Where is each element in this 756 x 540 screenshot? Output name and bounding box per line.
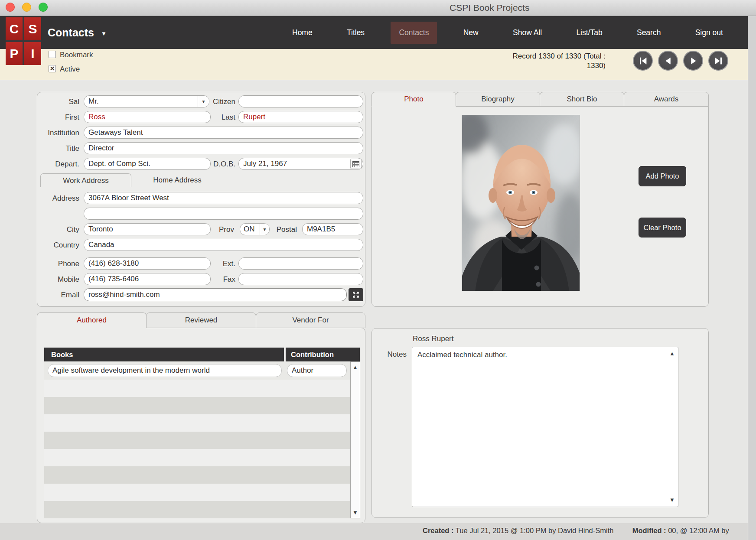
nav-menu: Home Titles Contacts New Show All List/T… [284, 16, 731, 49]
first-name-field[interactable] [84, 111, 211, 123]
salutation-value[interactable] [84, 96, 198, 107]
prov-value[interactable] [240, 224, 260, 235]
table-row-empty [44, 449, 350, 466]
tab-reviewed[interactable]: Reviewed [146, 312, 256, 328]
title-label: Title [42, 144, 79, 153]
active-checkbox[interactable]: ✕ [49, 65, 56, 72]
citizen-field[interactable] [238, 95, 363, 107]
logo-tile: C [6, 17, 23, 40]
application-window: CSPI Book Projects C S P I Contacts ▼ Ho… [0, 0, 756, 540]
scroll-up-icon[interactable]: ▲ [351, 364, 360, 371]
tab-home-address[interactable]: Home Address [131, 173, 223, 187]
chevron-down-icon: ▼ [101, 30, 107, 37]
calendar-icon[interactable] [350, 159, 362, 169]
previous-record-button[interactable] [658, 51, 678, 71]
previous-record-icon [664, 56, 673, 65]
address-label: Address [42, 194, 79, 203]
logo-tile: I [24, 42, 41, 65]
expand-field-icon[interactable] [349, 288, 363, 301]
nav-item-home[interactable]: Home [284, 22, 321, 44]
next-record-button[interactable] [683, 51, 703, 71]
add-photo-button[interactable]: Add Photo [639, 166, 686, 186]
created-value: Tue Jul 21, 2015 @ 1:00 PM by David Hind… [456, 527, 614, 534]
phone-label: Phone [42, 260, 79, 268]
country-label: Country [38, 241, 79, 250]
mobile-field[interactable] [84, 273, 211, 285]
nav-item-titles[interactable]: Titles [339, 22, 373, 44]
address-line1-field[interactable] [84, 192, 363, 204]
tab-awards[interactable]: Awards [624, 92, 709, 107]
notes-scroll-down-icon[interactable]: ▼ [669, 497, 675, 503]
ext-field[interactable] [238, 257, 363, 270]
portrait-image [462, 115, 580, 291]
contact-name-text: Ross Rupert [413, 335, 453, 343]
calendar-glyph [352, 161, 359, 167]
nav-item-contacts[interactable]: Contacts [391, 22, 437, 44]
clear-photo-button[interactable]: Clear Photo [639, 218, 686, 237]
book-title-field[interactable] [48, 364, 282, 377]
minimize-window-button[interactable] [22, 3, 31, 12]
country-field[interactable] [84, 239, 363, 251]
tab-short-bio[interactable]: Short Bio [540, 92, 624, 107]
layout-selector-label: Contacts [48, 26, 94, 39]
city-label: City [42, 225, 79, 234]
fax-field[interactable] [238, 273, 363, 285]
nav-item-sign-out[interactable]: Sign out [687, 22, 731, 44]
nav-item-new[interactable]: New [455, 22, 487, 44]
title-field[interactable] [84, 142, 363, 154]
last-name-field[interactable] [238, 111, 363, 123]
tab-authored[interactable]: Authored [37, 312, 147, 328]
email-field[interactable] [84, 288, 347, 301]
close-window-button[interactable] [6, 3, 15, 12]
first-record-button[interactable] [633, 51, 653, 71]
tab-photo[interactable]: Photo [371, 92, 456, 107]
notes-scroll-up-icon[interactable]: ▲ [669, 350, 675, 357]
tab-biography[interactable]: Biography [456, 92, 540, 107]
dob-field[interactable] [238, 158, 363, 170]
expand-arrows-glyph [352, 291, 360, 299]
bookmark-checkbox[interactable] [49, 51, 56, 58]
logo-tile: P [6, 42, 23, 65]
record-counter: Record 1330 of 1330 (Total : 1330) [459, 52, 606, 71]
nav-item-show-all[interactable]: Show All [505, 22, 550, 44]
record-toolbar: Bookmark ✕ Active Record 1330 of 1330 (T… [0, 49, 748, 80]
table-row-empty [44, 501, 350, 518]
institution-field[interactable] [84, 127, 363, 139]
table-row-empty [44, 380, 350, 397]
record-audit-text: Created : Tue Jul 21, 2015 @ 1:00 PM by … [423, 527, 729, 535]
books-scrollbar[interactable]: ▲ ▼ [350, 361, 360, 518]
books-column-header: Books [44, 348, 284, 361]
table-row-empty [44, 466, 350, 484]
contribution-field[interactable] [287, 364, 347, 377]
window-title: CSPI Book Projects [450, 3, 529, 13]
window-titlebar: CSPI Book Projects [0, 0, 756, 16]
tab-work-address[interactable]: Work Address [40, 173, 131, 187]
mobile-label: Mobile [42, 275, 79, 284]
city-field[interactable] [84, 223, 211, 235]
address-line2-field[interactable] [84, 208, 363, 220]
notes-field[interactable] [412, 347, 678, 507]
postal-field[interactable] [302, 223, 363, 235]
prov-label: Prov [199, 225, 234, 234]
main-navbar: C S P I Contacts ▼ Home Titles Contacts … [0, 16, 748, 49]
table-row-empty [44, 414, 350, 432]
phone-field[interactable] [84, 257, 211, 270]
nav-item-search[interactable]: Search [629, 22, 669, 44]
layout-selector[interactable]: Contacts ▼ [48, 16, 107, 49]
tab-vendor-for[interactable]: Vendor For [256, 312, 365, 328]
logo-tile: S [24, 17, 41, 40]
last-name-label: Last [194, 113, 235, 122]
nav-item-list-tab[interactable]: List/Tab [568, 22, 610, 44]
record-counter-line2: 1330) [459, 61, 606, 71]
contact-photo[interactable] [462, 115, 580, 291]
table-row-empty [44, 432, 350, 449]
scroll-down-icon[interactable]: ▼ [351, 509, 360, 516]
first-name-label: First [42, 113, 79, 122]
record-counter-line1: Record 1330 of 1330 (Total : [459, 52, 606, 61]
department-field[interactable] [84, 158, 211, 170]
dob-label: D.O.B. [194, 160, 235, 169]
ext-label: Ext. [194, 260, 235, 268]
last-record-button[interactable] [708, 51, 728, 71]
salutation-dropdown[interactable]: ▼ [84, 95, 209, 107]
zoom-window-button[interactable] [39, 3, 48, 12]
